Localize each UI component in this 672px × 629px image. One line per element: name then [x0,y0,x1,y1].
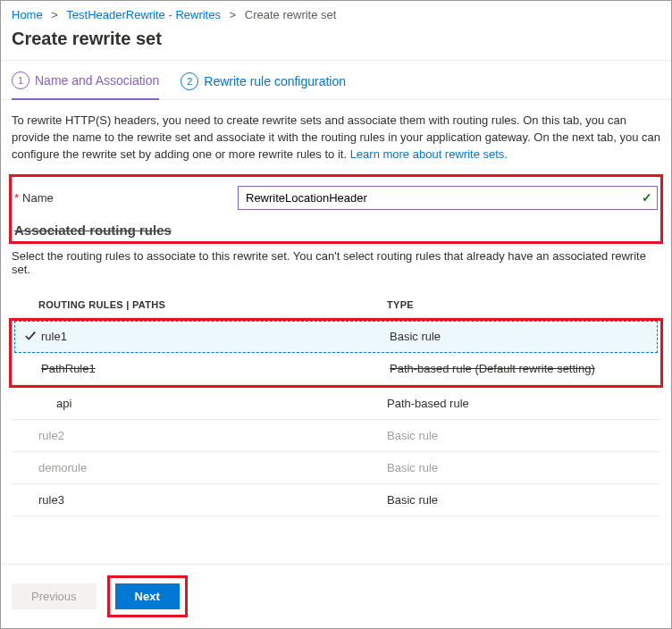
rule-type: Basic rule [390,330,658,343]
section-heading-routing-rules: Associated routing rules [14,222,658,238]
rule-type: Basic rule [387,429,660,442]
chevron-right-icon: > [51,8,58,21]
chevron-right-icon: > [230,8,237,21]
intro-text: To rewrite HTTP(S) headers, you need to … [12,113,660,164]
required-icon: * [14,191,19,205]
rule-name: rule3 [38,493,387,507]
highlight-next: Next [107,575,188,617]
rule-name: rule1 [41,330,390,343]
breadcrumb-current: Create rewrite set [245,8,337,21]
table-row: rule2 Basic rule [12,420,660,452]
rule-type: Path-based rule [387,397,660,410]
next-button[interactable]: Next [115,583,180,609]
col-header-name: ROUTING RULES | PATHS [38,299,387,310]
rule-name: rule2 [38,429,387,442]
wizard-tabs: 1 Name and Association 2 Rewrite rule co… [1,61,671,100]
previous-button: Previous [12,583,97,609]
page-title: Create rewrite set [1,25,671,61]
rule-name: demorule [38,461,387,474]
rule-name: api [38,397,387,410]
table-row: demorule Basic rule [12,452,660,484]
name-input[interactable] [238,186,658,210]
rule-type: Path-based rule (Default rewrite setting… [390,362,658,375]
rule-type: Basic rule [387,493,660,507]
step-number-icon: 1 [12,71,29,89]
learn-more-link[interactable]: Learn more about rewrite sets. [350,147,508,161]
step-number-icon: 2 [181,72,198,90]
col-header-type: TYPE [387,299,660,310]
breadcrumb-link-home[interactable]: Home [12,8,43,21]
wizard-footer: Previous Next [1,564,671,628]
table-row[interactable]: api Path-based rule [12,388,660,420]
section-subtext: Select the routing rules to associate to… [12,249,660,276]
breadcrumb: Home > TestHeaderRewrite - Rewrites > Cr… [1,1,671,25]
checkmark-icon [24,330,37,342]
routing-rules-table: ROUTING RULES | PATHS TYPE rule1 Basic r… [12,292,660,516]
tab-label: Name and Association [35,73,159,88]
highlight-name-section: *Name ✓ Associated routing rules [9,174,663,244]
rule-name: PathRule1 [41,362,390,375]
tab-rewrite-rule-config[interactable]: 2 Rewrite rule configuration [181,71,346,99]
table-row[interactable]: rule3 Basic rule [12,484,660,516]
rule-type: Basic rule [387,461,660,474]
tab-name-association[interactable]: 1 Name and Association [12,71,159,100]
checkmark-icon: ✓ [642,190,652,205]
name-label: *Name [14,191,238,205]
breadcrumb-link-resource[interactable]: TestHeaderRewrite - Rewrites [66,8,221,21]
table-row[interactable]: PathRule1 Path-based rule (Default rewri… [14,353,658,385]
tab-label: Rewrite rule configuration [204,74,346,88]
table-row[interactable]: rule1 Basic rule [14,321,658,353]
